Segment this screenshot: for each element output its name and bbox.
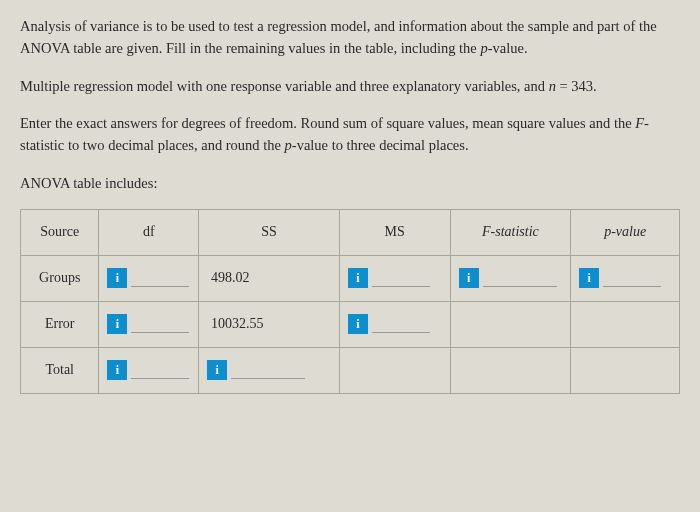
header-source: Source: [21, 209, 99, 255]
header-fstat: F-statistic: [450, 209, 571, 255]
info-icon[interactable]: i: [207, 360, 227, 380]
pvalue-input[interactable]: [603, 269, 661, 287]
ss-groups-value: 498.02: [207, 270, 331, 286]
row-label-total: Total: [21, 347, 99, 393]
anova-table: Source df SS MS F-statistic p-value Grou…: [20, 209, 680, 394]
header-ss: SS: [199, 209, 340, 255]
fstat-input[interactable]: [483, 269, 557, 287]
table-row-total: Total i i: [21, 347, 680, 393]
empty-cell: [571, 301, 680, 347]
text: = 343.: [556, 78, 597, 94]
row-label-error: Error: [21, 301, 99, 347]
f-italic: F: [635, 115, 644, 131]
header-ms: MS: [339, 209, 450, 255]
table-header-row: Source df SS MS F-statistic p-value: [21, 209, 680, 255]
empty-cell: [339, 347, 450, 393]
header-pvalue-text: p-value: [604, 224, 646, 239]
n-italic: n: [549, 78, 556, 94]
header-fstat-text: F-statistic: [482, 224, 539, 239]
ms-error-input[interactable]: [372, 315, 430, 333]
info-icon[interactable]: i: [459, 268, 479, 288]
text: -value to three decimal places.: [292, 137, 469, 153]
info-icon[interactable]: i: [107, 268, 127, 288]
paragraph-rounding: Enter the exact answers for degrees of f…: [20, 113, 680, 157]
empty-cell: [450, 301, 571, 347]
text: -value.: [488, 40, 528, 56]
ss-total-input[interactable]: [231, 361, 305, 379]
anova-table-label: ANOVA table includes:: [20, 173, 680, 195]
header-df: df: [99, 209, 199, 255]
header-pvalue: p-value: [571, 209, 680, 255]
row-label-groups: Groups: [21, 255, 99, 301]
empty-cell: [450, 347, 571, 393]
df-error-input[interactable]: [131, 315, 189, 333]
ss-error-value: 10032.55: [207, 316, 331, 332]
p-italic: p: [285, 137, 292, 153]
info-icon[interactable]: i: [107, 314, 127, 334]
info-icon[interactable]: i: [107, 360, 127, 380]
empty-cell: [571, 347, 680, 393]
text: Enter the exact answers for degrees of f…: [20, 115, 635, 131]
df-groups-input[interactable]: [131, 269, 189, 287]
table-row-error: Error i 10032.55 i: [21, 301, 680, 347]
p-italic: p: [480, 40, 487, 56]
text: Analysis of variance is to be used to te…: [20, 18, 657, 56]
info-icon[interactable]: i: [579, 268, 599, 288]
paragraph-model-desc: Multiple regression model with one respo…: [20, 76, 680, 98]
info-icon[interactable]: i: [348, 314, 368, 334]
paragraph-instruction-1: Analysis of variance is to be used to te…: [20, 16, 680, 60]
text: Multiple regression model with one respo…: [20, 78, 549, 94]
info-icon[interactable]: i: [348, 268, 368, 288]
table-row-groups: Groups i 498.02 i i i: [21, 255, 680, 301]
ms-groups-input[interactable]: [372, 269, 430, 287]
df-total-input[interactable]: [131, 361, 189, 379]
